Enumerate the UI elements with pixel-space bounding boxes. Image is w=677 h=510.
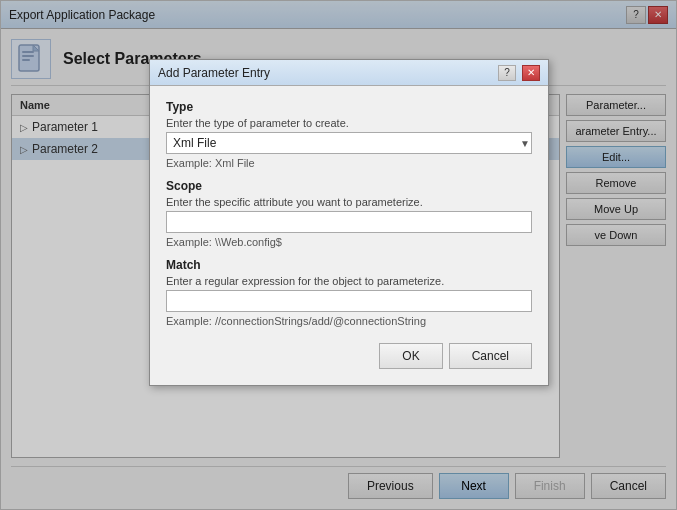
scope-example: Example: \\Web.config$ — [166, 236, 532, 248]
match-label: Match — [166, 258, 532, 272]
scope-description: Enter the specific attribute you want to… — [166, 196, 532, 208]
type-example: Example: Xml File — [166, 157, 532, 169]
type-description: Enter the type of parameter to create. — [166, 117, 532, 129]
modal-overlay: Add Parameter Entry ? ✕ Type Enter the t… — [1, 1, 676, 509]
match-example: Example: //connectionStrings/add/@connec… — [166, 315, 532, 327]
scope-field-group: Scope Enter the specific attribute you w… — [166, 179, 532, 248]
modal-buttons: OK Cancel — [166, 337, 532, 371]
match-field-group: Match Enter a regular expression for the… — [166, 258, 532, 327]
type-dropdown[interactable]: Xml File Text File Registry — [166, 132, 532, 154]
match-input[interactable] — [166, 290, 532, 312]
type-dropdown-wrapper: Xml File Text File Registry ▼ — [166, 132, 532, 154]
modal-window: Add Parameter Entry ? ✕ Type Enter the t… — [149, 59, 549, 386]
modal-content: Type Enter the type of parameter to crea… — [150, 86, 548, 385]
type-field-group: Type Enter the type of parameter to crea… — [166, 100, 532, 169]
scope-input[interactable] — [166, 211, 532, 233]
type-label: Type — [166, 100, 532, 114]
modal-help-button[interactable]: ? — [498, 65, 516, 81]
modal-cancel-button[interactable]: Cancel — [449, 343, 532, 369]
modal-close-button[interactable]: ✕ — [522, 65, 540, 81]
outer-window: Export Application Package ? ✕ Select Pa… — [0, 0, 677, 510]
modal-ok-button[interactable]: OK — [379, 343, 442, 369]
scope-label: Scope — [166, 179, 532, 193]
match-description: Enter a regular expression for the objec… — [166, 275, 532, 287]
modal-title: Add Parameter Entry — [158, 66, 492, 80]
modal-titlebar: Add Parameter Entry ? ✕ — [150, 60, 548, 86]
